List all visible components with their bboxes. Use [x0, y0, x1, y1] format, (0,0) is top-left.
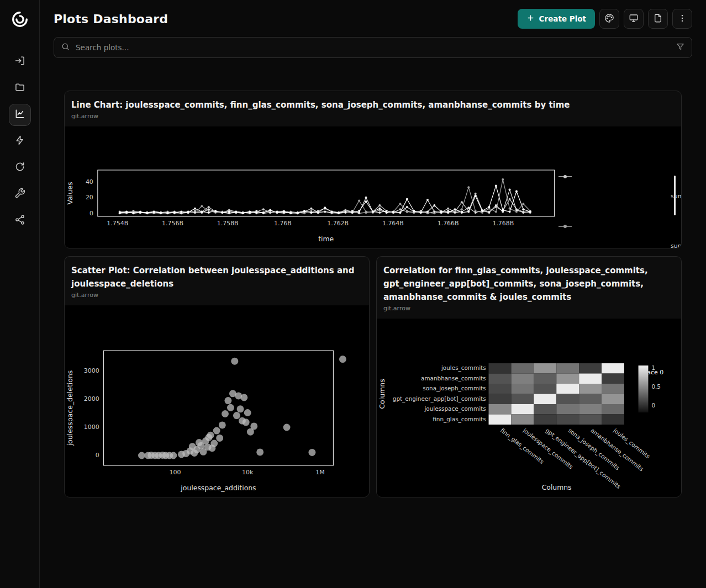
svg-text:Columns: Columns	[378, 379, 386, 409]
svg-text:gpt_engineer_app[bot]_commits: gpt_engineer_app[bot]_commits	[393, 395, 486, 402]
line-chart-card: Line Chart: joulesspace_commits, finn_gl…	[64, 91, 682, 248]
svg-text:sona_joseph_commits: sona_joseph_commits	[423, 385, 486, 392]
line-chart-card-header: Line Chart: joulesspace_commits, finn_gl…	[65, 91, 681, 126]
svg-text:1.764B: 1.764B	[382, 220, 404, 227]
export-icon	[14, 55, 25, 68]
sidebar-item-files[interactable]	[9, 77, 31, 99]
svg-text:finn_glas_commits: finn_glas_commits	[433, 416, 486, 423]
svg-text:joules_commits: joules_commits	[612, 426, 651, 460]
line-legend: sum of joulesspace_commitssum of finn_gl…	[559, 174, 667, 248]
svg-text:0: 0	[89, 210, 93, 217]
display-icon	[629, 13, 639, 25]
svg-text:joulesspace_deletions: joulesspace_deletions	[66, 370, 74, 447]
scatter-card-header: Scatter Plot: Correlation between joules…	[65, 257, 369, 305]
sidebar-item-sync[interactable]	[9, 157, 31, 179]
plots-grid: Line Chart: joulesspace_commits, finn_gl…	[54, 91, 692, 497]
svg-text:1.762B: 1.762B	[327, 220, 349, 227]
legend-item[interactable]: sum of joulesspace_commits	[559, 174, 667, 219]
topbar-actions: Create Plot	[518, 9, 692, 29]
lightning-icon	[14, 135, 25, 148]
svg-text:1.768B: 1.768B	[492, 220, 514, 227]
svg-text:1: 1	[651, 364, 655, 371]
sidebar	[0, 0, 40, 588]
svg-text:1.756B: 1.756B	[162, 220, 183, 227]
svg-text:1.758B: 1.758B	[217, 220, 239, 227]
heatmap-card: Correlation for finn_glas_commits, joule…	[376, 256, 682, 497]
page-title: Plots Dashboard	[54, 12, 168, 26]
svg-text:1000: 1000	[84, 423, 99, 431]
app-root: Plots Dashboard Create Plot	[0, 0, 706, 588]
svg-text:1.76B: 1.76B	[274, 220, 292, 227]
search-icon	[61, 42, 70, 54]
filter-icon[interactable]	[676, 42, 685, 54]
svg-text:2000: 2000	[84, 395, 99, 402]
line-chart-title: Line Chart: joulesspace_commits, finn_gl…	[71, 98, 675, 112]
palette-icon	[604, 13, 614, 25]
app-logo-icon	[11, 10, 29, 28]
line-chart-subtitle: git.arrow	[71, 113, 675, 120]
sidebar-item-actions[interactable]	[9, 130, 31, 152]
svg-text:0: 0	[651, 402, 655, 409]
legend-item[interactable]: sum of finn_glas_commits	[559, 224, 667, 248]
line-chart-icon	[14, 108, 25, 121]
scatter-svg[interactable]: 010002000300010010k1Mjoulesspace_additio…	[65, 305, 369, 497]
search-bar	[54, 37, 692, 58]
kebab-menu-icon	[677, 13, 687, 25]
sidebar-item-plots[interactable]	[9, 104, 31, 126]
svg-text:finn_glas_commits: finn_glas_commits	[499, 427, 545, 465]
svg-text:40: 40	[86, 178, 93, 186]
svg-text:10k: 10k	[242, 469, 254, 476]
svg-text:1M: 1M	[315, 469, 324, 476]
line-chart-area: 020401.754B1.756B1.758B1.76B1.762B1.764B…	[65, 126, 681, 248]
main-content: Plots Dashboard Create Plot	[40, 0, 706, 588]
legend-scrollbar[interactable]	[674, 176, 676, 215]
svg-text:Values: Values	[66, 182, 74, 205]
svg-text:1.766B: 1.766B	[438, 220, 459, 227]
topbar: Plots Dashboard Create Plot	[54, 0, 692, 37]
svg-text:amanbhanse_commits: amanbhanse_commits	[421, 375, 486, 382]
create-plot-label: Create Plot	[539, 14, 586, 23]
sidebar-nav	[9, 51, 31, 232]
folder-icon	[14, 82, 25, 95]
refresh-icon	[14, 161, 25, 174]
share-icon	[14, 214, 25, 227]
svg-text:0: 0	[96, 452, 99, 459]
svg-text:3000: 3000	[84, 367, 99, 374]
sidebar-item-export[interactable]	[9, 51, 31, 73]
svg-text:joulesspace_additions: joulesspace_additions	[180, 484, 256, 492]
scatter-plot-card: Scatter Plot: Correlation between joules…	[64, 256, 370, 497]
sidebar-item-tools[interactable]	[9, 183, 31, 205]
search-input[interactable]	[76, 43, 670, 52]
heatmap-chart-area: joules_commitsamanbhanse_commitssona_jos…	[377, 319, 681, 497]
create-plot-button[interactable]: Create Plot	[518, 9, 595, 29]
plus-icon	[526, 14, 535, 24]
heatmap-subtitle: git.arrow	[383, 305, 675, 312]
app-logo[interactable]	[10, 10, 29, 29]
more-menu-button[interactable]	[672, 9, 692, 29]
svg-text:Columns: Columns	[542, 483, 572, 491]
heatmap-svg[interactable]: joules_commitsamanbhanse_commitssona_jos…	[377, 319, 681, 497]
heatmap-title: Correlation for finn_glas_commits, joule…	[383, 264, 675, 304]
theme-palette-button[interactable]	[599, 9, 619, 29]
scatter-subtitle: git.arrow	[71, 292, 362, 299]
svg-text:20: 20	[86, 194, 93, 201]
wrench-icon	[14, 188, 25, 201]
scatter-title: Scatter Plot: Correlation between joules…	[71, 264, 362, 290]
svg-text:0.5: 0.5	[651, 383, 661, 390]
svg-text:1.754B: 1.754B	[107, 220, 128, 227]
svg-text:joulesspace_commits: joulesspace_commits	[424, 405, 486, 412]
document-icon	[653, 13, 663, 25]
svg-text:100: 100	[169, 469, 181, 476]
scatter-chart-area: 010002000300010010k1Mjoulesspace_additio…	[65, 305, 369, 497]
svg-text:joules_commits: joules_commits	[441, 364, 486, 372]
document-button[interactable]	[648, 9, 668, 29]
svg-text:time: time	[318, 235, 334, 243]
plots-row-2: Scatter Plot: Correlation between joules…	[64, 256, 682, 497]
display-button[interactable]	[624, 9, 644, 29]
sidebar-item-share[interactable]	[9, 210, 31, 232]
heatmap-card-header: Correlation for finn_glas_commits, joule…	[377, 257, 681, 319]
